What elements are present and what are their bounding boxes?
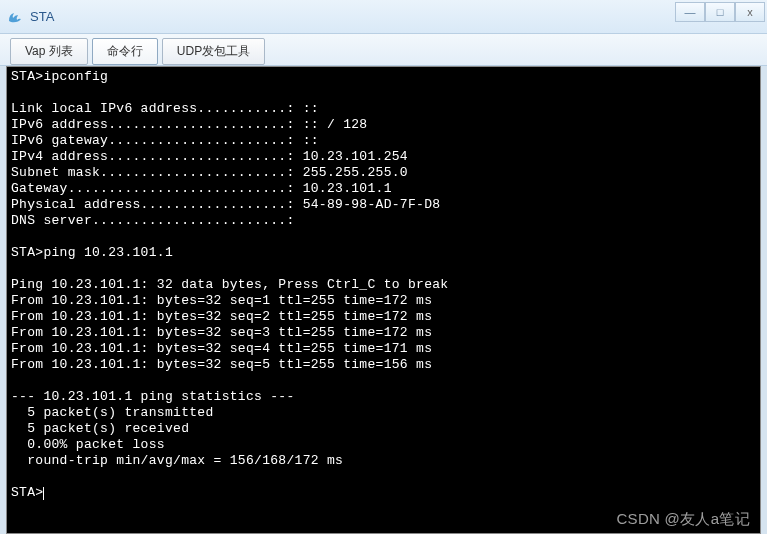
terminal-lines: STA>ipconfig Link local IPv6 address....… (11, 69, 448, 468)
tab-bar: Vap 列表 命令行 UDP发包工具 (0, 34, 767, 66)
window-controls: — □ x (675, 2, 765, 22)
maximize-button[interactable]: □ (705, 2, 735, 22)
title-bar: STA — □ x (0, 0, 767, 34)
minimize-button[interactable]: — (675, 2, 705, 22)
app-title: STA (30, 9, 54, 24)
terminal-prompt: STA> (11, 485, 43, 500)
tab-command-line[interactable]: 命令行 (92, 38, 158, 65)
terminal-output[interactable]: STA>ipconfig Link local IPv6 address....… (6, 66, 761, 534)
close-button[interactable]: x (735, 2, 765, 22)
tab-vap-list[interactable]: Vap 列表 (10, 38, 88, 65)
watermark-text: CSDN @友人a笔记 (616, 511, 750, 527)
cursor-icon (43, 487, 44, 500)
tab-udp-tool[interactable]: UDP发包工具 (162, 38, 265, 65)
app-icon (6, 8, 24, 26)
